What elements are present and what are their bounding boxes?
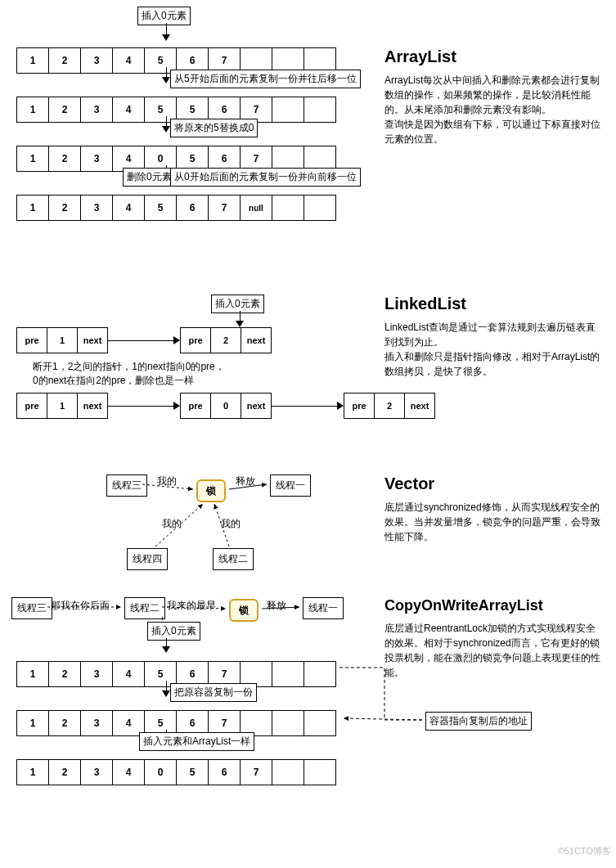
label-step2: 将原来的5替换成0	[170, 119, 258, 137]
watermark: ©51CTO博客	[558, 845, 611, 857]
section-arraylist: ArrayList ArrayList每次从中间插入和删除元素都会进行复制数组的…	[0, 0, 616, 295]
ll-node-2: pre2next	[180, 327, 272, 353]
ll-row1: pre1next pre2next	[16, 327, 272, 353]
cow-row3: 12340567	[16, 759, 336, 785]
vector-desc: 底层通过synchronized修饰，从而实现线程安全的效果。当并发量增多，锁竞…	[384, 500, 601, 544]
linkedlist-desc: LinkedList查询是通过一套算法规则去遍历链表直到找到为止。 插入和删除只…	[384, 320, 601, 379]
vector-thread2: 线程二	[213, 548, 254, 570]
vector-mine1: 我的	[157, 474, 177, 488]
ll-row2: pre1next pre0next pre2next	[16, 393, 435, 419]
cow-insert: 插入0元素	[147, 622, 200, 641]
cow-ptr: 容器指向复制后的地址	[425, 712, 532, 731]
vector-thread4: 线程四	[127, 548, 168, 570]
cow-thread2: 线程二	[124, 597, 165, 619]
linkedlist-title: LinkedList	[384, 295, 601, 313]
arraylist-title: ArrayList	[384, 47, 601, 66]
vector-release: 释放	[236, 474, 255, 488]
vector-thread3: 线程三	[106, 474, 147, 497]
cow-l2: 我来的最早	[167, 599, 216, 613]
cow-step2: 插入元素和ArrayList一样	[139, 732, 254, 751]
label-step3b: 从0开始后面的元素复制一份并向前移一位	[170, 168, 361, 187]
cow-l1: 那我在你后面	[51, 599, 110, 613]
svg-line-7	[344, 718, 422, 720]
cow-release: 释放	[267, 599, 286, 613]
vector-lock: 锁	[196, 479, 226, 502]
vector-title: Vector	[384, 474, 601, 493]
section-linkedlist: LinkedList LinkedList查询是通过一套算法规则去遍历链表直到找…	[0, 295, 616, 466]
label-step1: 从5开始后面的元素复制一份并往后移一位	[170, 70, 361, 88]
ll-node-1b: pre1next	[16, 393, 108, 419]
arraylist-desc: ArrayList每次从中间插入和删除元素都会进行复制数组的操作，如果频繁的操作…	[384, 73, 601, 146]
vector-mine2: 我的	[162, 517, 182, 531]
cow-title: CopyOnWriteArrayList	[384, 597, 601, 614]
array-row-4: 1234567null	[16, 195, 336, 221]
section-vector: Vector 底层通过synchronized修饰，从而实现线程安全的效果。当并…	[0, 466, 616, 597]
ll-node-2b: pre2next	[344, 393, 435, 419]
label-step3a: 删除0元素	[123, 168, 176, 187]
ll-node-0: pre0next	[180, 393, 272, 419]
vector-arrows	[0, 466, 376, 597]
vector-thread1: 线程一	[270, 474, 311, 497]
cow-lock: 锁	[229, 599, 259, 622]
ll-note: 断开1，2之间的指针，1的next指向0的pre， 0的next在指向2的pre…	[33, 360, 225, 388]
section-cow: CopyOnWriteArrayList 底层通过ReentrantLock加锁…	[0, 597, 616, 859]
ll-node-1: pre1next	[16, 327, 108, 353]
cow-desc: 底层通过ReentrantLock加锁的方式实现线程安全的效果。相对于synch…	[384, 621, 601, 680]
cow-thread1: 线程一	[303, 597, 344, 619]
cow-step1: 把原容器复制一份	[170, 683, 257, 702]
cow-thread3: 线程三	[11, 597, 52, 619]
vector-mine3: 我的	[221, 517, 241, 531]
